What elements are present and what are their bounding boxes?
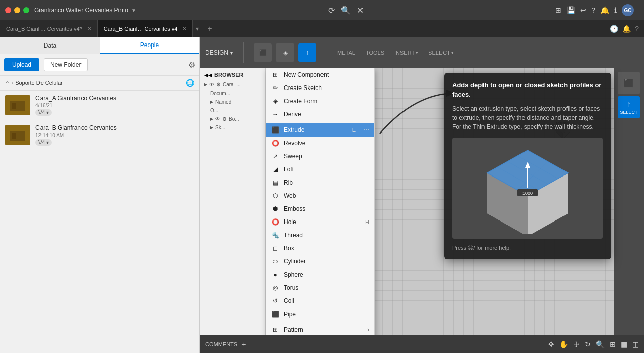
view-icon[interactable]: ◫ — [632, 340, 639, 348]
viewport: ◀◀ BROWSER ▶ 👁 ⚙ Cara_... Docum... ▶ Nam… — [200, 68, 644, 335]
menu-item-create-sketch[interactable]: ✏ Create Sketch — [266, 81, 374, 95]
file-version-2[interactable]: V4 ▾ — [35, 139, 52, 146]
tab-2-close[interactable]: ✕ — [182, 26, 186, 31]
settings-icon-4[interactable]: ⚙ — [222, 116, 227, 122]
browser-label-2: Docum... — [210, 91, 230, 96]
grab-icon[interactable]: ✋ — [559, 340, 568, 348]
create-sketch-icon: ✏ — [271, 84, 279, 92]
menu-item-cylinder[interactable]: ⬭ Cylinder — [266, 255, 374, 268]
menu-item-emboss[interactable]: ⬢ Emboss — [266, 202, 374, 215]
tab-data[interactable]: Data — [0, 37, 100, 54]
zoom-icon[interactable]: 🔍 — [596, 340, 605, 348]
menu-item-derive[interactable]: → Derive — [266, 108, 374, 121]
settings-button[interactable]: ⚙ — [188, 58, 195, 71]
clock-icon[interactable]: 🕐 — [610, 25, 618, 33]
menu-item-coil[interactable]: ↺ Coil — [266, 294, 374, 307]
menu-item-web[interactable]: ⬡ Web — [266, 189, 374, 202]
save-icon[interactable]: 💾 — [567, 6, 575, 14]
select-chevron: ▾ — [451, 50, 454, 55]
tab-people[interactable]: People — [100, 37, 199, 54]
design-menu[interactable]: DESIGN ▾ — [205, 49, 233, 56]
home-icon[interactable]: ⌂ — [5, 79, 9, 87]
menu-item-rib[interactable]: ▤ Rib — [266, 176, 374, 189]
display-icon[interactable]: ▦ — [621, 340, 627, 348]
pan-icon[interactable]: ☩ — [573, 340, 580, 348]
notification-icon[interactable]: 🔔 — [600, 6, 609, 14]
search-icon[interactable]: 🔍 — [341, 6, 351, 15]
browser-title: BROWSER — [214, 72, 243, 78]
maximize-button[interactable] — [23, 7, 29, 13]
main-layout: Data People Upload New Folder ⚙ ⌂ › Sopo… — [0, 37, 644, 353]
toolbar-icon-3[interactable]: ↑ — [298, 43, 316, 62]
settings-icon-1[interactable]: ⚙ — [216, 82, 221, 87]
help-tab-icon[interactable]: ? — [635, 25, 639, 33]
file-info-2: Cara_B Gianfranco Cervantes 12:14:10 AM … — [35, 124, 194, 146]
select-group[interactable]: SELECT ▾ — [428, 50, 454, 56]
menu-item-loft[interactable]: ◢ Loft — [266, 163, 374, 176]
menu-item-pipe[interactable]: ⬛ Pipe — [266, 307, 374, 321]
undo-icon[interactable]: ↩ — [580, 6, 586, 14]
globe-icon[interactable]: 🌐 — [186, 79, 194, 87]
minimize-button[interactable] — [14, 7, 20, 13]
menu-item-hole[interactable]: ⭕ Hole H — [266, 215, 374, 229]
file-thumb-2 — [5, 125, 30, 145]
menu-item-thread[interactable]: 🔩 Thread — [266, 229, 374, 242]
file-date-2: 12:14:10 AM — [35, 133, 194, 138]
alert-icon[interactable]: 🔔 — [622, 25, 631, 33]
orbit-icon[interactable]: ↻ — [585, 340, 591, 348]
tooltip-footer: Press ⌘/ for more help. — [452, 245, 603, 251]
move-icon[interactable]: ✥ — [548, 340, 554, 348]
comments-label: COMMENTS — [205, 341, 237, 347]
menu-item-create-form[interactable]: ◈ Create Form — [266, 95, 374, 108]
browser-item-3[interactable]: O... — [200, 106, 265, 115]
rt-btn-1[interactable]: ⬛ — [618, 72, 640, 94]
apps-icon[interactable]: ⊞ — [555, 6, 561, 14]
browser-item-1[interactable]: ▶ 👁 ⚙ Cara_... — [200, 80, 265, 89]
tab-add-button[interactable]: + — [202, 24, 217, 33]
refresh-icon[interactable]: ⟳ — [328, 6, 335, 15]
browser-item-5[interactable]: ▶ Sk... — [200, 123, 265, 132]
tab-dropdown[interactable]: ▾ — [193, 25, 202, 32]
extrude-more-icon[interactable]: ⋯ — [363, 126, 369, 134]
menu-item-revolve[interactable]: ⭕ Revolve — [266, 137, 374, 150]
menu-item-pattern[interactable]: ⊞ Pattern › — [266, 323, 374, 335]
file-item-2[interactable]: Cara_B Gianfranco Cervantes 12:14:10 AM … — [0, 120, 199, 150]
insert-chevron: ▾ — [416, 50, 418, 55]
menu-item-torus[interactable]: ◎ Torus — [266, 281, 374, 294]
close-icon[interactable]: ✕ — [357, 6, 364, 15]
add-comment-icon[interactable]: + — [242, 340, 246, 348]
grid-icon[interactable]: ⊞ — [610, 340, 616, 348]
browser-item-2[interactable]: Docum... — [200, 89, 265, 98]
tab-1-close[interactable]: ✕ — [87, 26, 91, 31]
file-item-1[interactable]: Cara_A Gianfranco Cervantes 4/16/21 V4 ▾ — [0, 91, 199, 120]
close-button[interactable] — [5, 7, 11, 13]
tab-1[interactable]: Cara_B Gianf… Cervantes v4* ✕ — [0, 20, 98, 37]
menu-item-sphere[interactable]: ● Sphere — [266, 268, 374, 281]
tab-2-label: Cara_B Gianf… Cervantes v4 — [104, 26, 178, 32]
visibility-icon-1[interactable]: 👁 — [209, 82, 214, 87]
browser-item-named[interactable]: ▶ Named — [200, 98, 265, 106]
insert-group[interactable]: INSERT ▾ — [394, 50, 418, 56]
menu-item-box[interactable]: ◻ Box — [266, 242, 374, 255]
avatar[interactable]: GC — [622, 4, 634, 16]
new-folder-button[interactable]: New Folder — [44, 58, 88, 71]
file-version-1[interactable]: V4 ▾ — [35, 109, 52, 116]
browser-item-4[interactable]: ▶ 👁 ⚙ Bo... — [200, 115, 265, 123]
svg-text:1000: 1000 — [522, 191, 533, 196]
menu-item-sweep[interactable]: ↗ Sweep — [266, 150, 374, 163]
web-icon: ⬡ — [271, 192, 279, 200]
upload-button[interactable]: Upload — [4, 58, 39, 71]
rt-btn-2[interactable]: ↑ SELECT — [618, 96, 640, 118]
tab-2[interactable]: Cara_B Gianf… Cervantes v4 ✕ — [98, 20, 193, 37]
help-icon[interactable]: ? — [591, 6, 595, 14]
toolbar-icon-1[interactable]: ⬛ — [254, 43, 272, 62]
menu-item-extrude[interactable]: ⬛ Extrude E ⋯ — [266, 123, 374, 137]
menu-item-new-component[interactable]: ⊞ New Component — [266, 68, 374, 81]
tools-label: TOOLS — [366, 50, 384, 56]
visibility-icon-4[interactable]: 👁 — [215, 116, 220, 122]
toolbar-icon-2[interactable]: ◈ — [276, 43, 294, 62]
extrude-icon: ⬛ — [271, 126, 279, 134]
browser-collapse-icon[interactable]: ◀◀ — [204, 72, 212, 78]
settings-icon[interactable]: ℹ — [614, 6, 617, 14]
user-info[interactable]: Gianfranco Walter Cervantes Pinto ▼ — [34, 7, 136, 14]
